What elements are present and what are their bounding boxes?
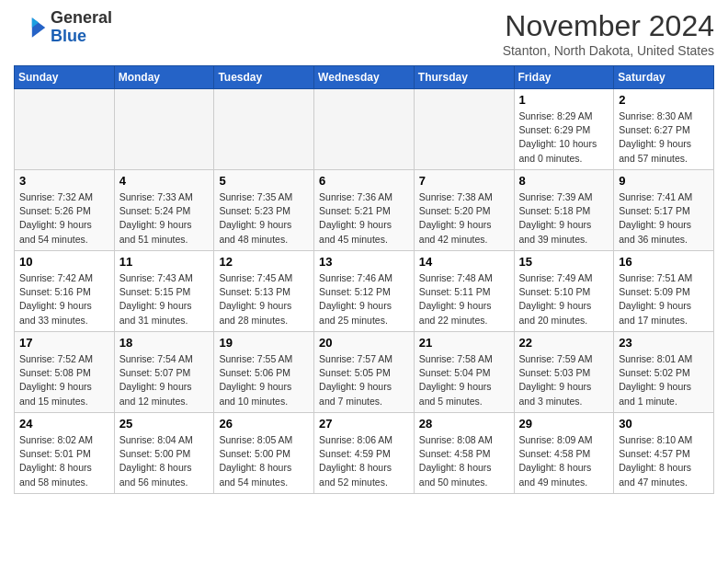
- logo-general: General: [51, 9, 112, 28]
- day-number: 30: [619, 417, 709, 431]
- calendar-cell: 8Sunrise: 7:39 AMSunset: 5:18 PMDaylight…: [514, 170, 614, 251]
- day-number: 26: [219, 417, 309, 431]
- day-number: 15: [519, 255, 609, 269]
- day-number: 29: [519, 417, 609, 431]
- logo-icon: [14, 11, 47, 44]
- day-info: Sunrise: 7:33 AMSunset: 5:24 PMDaylight:…: [119, 190, 210, 247]
- calendar-cell: 4Sunrise: 7:33 AMSunset: 5:24 PMDaylight…: [114, 170, 214, 251]
- calendar-cell: 18Sunrise: 7:54 AMSunset: 5:07 PMDayligh…: [114, 332, 214, 413]
- day-number: 9: [619, 174, 709, 188]
- page-header: General Blue November 2024 Stanton, Nort…: [14, 9, 714, 58]
- weekday-header: Wednesday: [314, 66, 415, 89]
- calendar-cell: 15Sunrise: 7:49 AMSunset: 5:10 PMDayligh…: [514, 251, 614, 332]
- weekday-header: Saturday: [614, 66, 714, 89]
- day-info: Sunrise: 7:38 AMSunset: 5:20 PMDaylight:…: [419, 190, 509, 247]
- day-info: Sunrise: 8:06 AMSunset: 4:59 PMDaylight:…: [319, 433, 409, 489]
- weekday-header: Sunday: [15, 66, 115, 89]
- day-info: Sunrise: 7:55 AMSunset: 5:06 PMDaylight:…: [219, 352, 309, 408]
- day-info: Sunrise: 7:54 AMSunset: 5:07 PMDaylight:…: [119, 352, 210, 408]
- calendar-cell: 17Sunrise: 7:52 AMSunset: 5:08 PMDayligh…: [15, 332, 115, 413]
- day-info: Sunrise: 7:39 AMSunset: 5:18 PMDaylight:…: [519, 190, 609, 247]
- weekday-header-row: SundayMondayTuesdayWednesdayThursdayFrid…: [15, 66, 714, 89]
- calendar-cell: 14Sunrise: 7:48 AMSunset: 5:11 PMDayligh…: [414, 251, 514, 332]
- day-number: 22: [519, 336, 609, 350]
- calendar-cell: 21Sunrise: 7:58 AMSunset: 5:04 PMDayligh…: [414, 332, 514, 413]
- calendar-cell: 29Sunrise: 8:09 AMSunset: 4:58 PMDayligh…: [514, 413, 614, 494]
- calendar-cell: [414, 89, 514, 170]
- weekday-header: Thursday: [414, 66, 514, 89]
- calendar-cell: 5Sunrise: 7:35 AMSunset: 5:23 PMDaylight…: [214, 170, 314, 251]
- day-number: 12: [219, 255, 309, 269]
- day-number: 10: [19, 255, 109, 269]
- calendar-cell: 30Sunrise: 8:10 AMSunset: 4:57 PMDayligh…: [614, 413, 714, 494]
- calendar-cell: 23Sunrise: 8:01 AMSunset: 5:02 PMDayligh…: [614, 332, 714, 413]
- month-title: November 2024: [503, 9, 714, 43]
- calendar-cell: 27Sunrise: 8:06 AMSunset: 4:59 PMDayligh…: [314, 413, 415, 494]
- day-number: 25: [119, 417, 210, 431]
- calendar-week-row: 3Sunrise: 7:32 AMSunset: 5:26 PMDaylight…: [15, 170, 714, 251]
- day-info: Sunrise: 8:30 AMSunset: 6:27 PMDaylight:…: [619, 109, 709, 166]
- day-info: Sunrise: 7:51 AMSunset: 5:09 PMDaylight:…: [619, 271, 709, 327]
- calendar-cell: 22Sunrise: 7:59 AMSunset: 5:03 PMDayligh…: [514, 332, 614, 413]
- day-number: 23: [619, 336, 709, 350]
- weekday-header: Friday: [514, 66, 614, 89]
- calendar-cell: 13Sunrise: 7:46 AMSunset: 5:12 PMDayligh…: [314, 251, 415, 332]
- calendar-cell: 6Sunrise: 7:36 AMSunset: 5:21 PMDaylight…: [314, 170, 415, 251]
- calendar-cell: 7Sunrise: 7:38 AMSunset: 5:20 PMDaylight…: [414, 170, 514, 251]
- day-number: 8: [519, 174, 609, 188]
- day-number: 5: [219, 174, 309, 188]
- calendar-table: SundayMondayTuesdayWednesdayThursdayFrid…: [14, 65, 714, 494]
- day-number: 7: [419, 174, 509, 188]
- day-info: Sunrise: 7:32 AMSunset: 5:26 PMDaylight:…: [19, 190, 109, 247]
- day-info: Sunrise: 7:35 AMSunset: 5:23 PMDaylight:…: [219, 190, 309, 247]
- day-number: 19: [219, 336, 309, 350]
- calendar-cell: 19Sunrise: 7:55 AMSunset: 5:06 PMDayligh…: [214, 332, 314, 413]
- day-info: Sunrise: 7:52 AMSunset: 5:08 PMDaylight:…: [19, 352, 109, 408]
- calendar-cell: 24Sunrise: 8:02 AMSunset: 5:01 PMDayligh…: [15, 413, 115, 494]
- day-number: 2: [619, 93, 709, 107]
- day-number: 6: [319, 174, 409, 188]
- day-info: Sunrise: 8:01 AMSunset: 5:02 PMDaylight:…: [619, 352, 709, 408]
- logo-blue: Blue: [51, 28, 112, 46]
- calendar-cell: [15, 89, 115, 170]
- day-info: Sunrise: 7:45 AMSunset: 5:13 PMDaylight:…: [219, 271, 309, 327]
- day-info: Sunrise: 7:49 AMSunset: 5:10 PMDaylight:…: [519, 271, 609, 327]
- day-info: Sunrise: 7:42 AMSunset: 5:16 PMDaylight:…: [19, 271, 109, 327]
- day-number: 28: [419, 417, 509, 431]
- calendar-cell: 11Sunrise: 7:43 AMSunset: 5:15 PMDayligh…: [114, 251, 214, 332]
- calendar-cell: 10Sunrise: 7:42 AMSunset: 5:16 PMDayligh…: [15, 251, 115, 332]
- day-info: Sunrise: 8:04 AMSunset: 5:00 PMDaylight:…: [119, 433, 210, 489]
- calendar-cell: 9Sunrise: 7:41 AMSunset: 5:17 PMDaylight…: [614, 170, 714, 251]
- day-info: Sunrise: 7:46 AMSunset: 5:12 PMDaylight:…: [319, 271, 409, 327]
- day-number: 11: [119, 255, 210, 269]
- weekday-header: Monday: [114, 66, 214, 89]
- day-info: Sunrise: 7:48 AMSunset: 5:11 PMDaylight:…: [419, 271, 509, 327]
- day-number: 14: [419, 255, 509, 269]
- logo: General Blue: [14, 9, 112, 46]
- day-number: 20: [319, 336, 409, 350]
- day-number: 17: [19, 336, 109, 350]
- calendar-week-row: 24Sunrise: 8:02 AMSunset: 5:01 PMDayligh…: [15, 413, 714, 494]
- calendar-week-row: 10Sunrise: 7:42 AMSunset: 5:16 PMDayligh…: [15, 251, 714, 332]
- day-info: Sunrise: 7:41 AMSunset: 5:17 PMDaylight:…: [619, 190, 709, 247]
- calendar-cell: 25Sunrise: 8:04 AMSunset: 5:00 PMDayligh…: [114, 413, 214, 494]
- day-number: 21: [419, 336, 509, 350]
- calendar-cell: [314, 89, 415, 170]
- location-subtitle: Stanton, North Dakota, United States: [503, 43, 714, 58]
- day-info: Sunrise: 8:29 AMSunset: 6:29 PMDaylight:…: [519, 109, 609, 166]
- day-info: Sunrise: 7:59 AMSunset: 5:03 PMDaylight:…: [519, 352, 609, 408]
- day-number: 16: [619, 255, 709, 269]
- day-info: Sunrise: 8:09 AMSunset: 4:58 PMDaylight:…: [519, 433, 609, 489]
- calendar-cell: 1Sunrise: 8:29 AMSunset: 6:29 PMDaylight…: [514, 89, 614, 170]
- day-info: Sunrise: 8:08 AMSunset: 4:58 PMDaylight:…: [419, 433, 509, 489]
- calendar-cell: 20Sunrise: 7:57 AMSunset: 5:05 PMDayligh…: [314, 332, 415, 413]
- calendar-cell: 16Sunrise: 7:51 AMSunset: 5:09 PMDayligh…: [614, 251, 714, 332]
- calendar-cell: 12Sunrise: 7:45 AMSunset: 5:13 PMDayligh…: [214, 251, 314, 332]
- calendar-cell: [114, 89, 214, 170]
- weekday-header: Tuesday: [214, 66, 314, 89]
- day-number: 4: [119, 174, 210, 188]
- day-number: 24: [19, 417, 109, 431]
- day-number: 18: [119, 336, 210, 350]
- day-info: Sunrise: 8:05 AMSunset: 5:00 PMDaylight:…: [219, 433, 309, 489]
- title-block: November 2024 Stanton, North Dakota, Uni…: [503, 9, 714, 58]
